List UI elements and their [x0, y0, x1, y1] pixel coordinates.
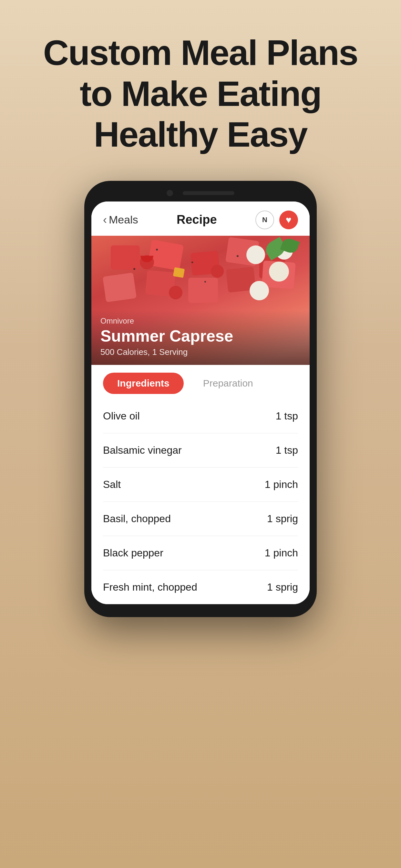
favorite-button[interactable]: ♥: [279, 211, 298, 229]
phone-mockup: ‹ Meals Recipe N ♥: [0, 181, 401, 617]
ingredient-amount: 1 pinch: [265, 547, 298, 559]
phone-screen: ‹ Meals Recipe N ♥: [91, 202, 310, 604]
header-actions: N ♥: [255, 211, 298, 229]
tabs-bar: Ingredients Preparation: [91, 365, 310, 399]
ingredient-amount: 1 pinch: [265, 478, 298, 491]
header-title: Recipe: [177, 213, 217, 227]
back-button[interactable]: ‹ Meals: [103, 213, 138, 226]
mozzarella-element: [269, 261, 289, 282]
food-element: [204, 281, 206, 283]
ingredient-row: Olive oil 1 tsp: [103, 399, 298, 433]
tab-ingredients[interactable]: Ingredients: [103, 373, 184, 394]
ingredient-row: Fresh mint, chopped 1 sprig: [103, 570, 298, 604]
tomato-element: [211, 265, 224, 278]
ingredient-row: Basil, chopped 1 sprig: [103, 502, 298, 536]
food-element: [188, 278, 218, 303]
phone-camera: [166, 190, 173, 196]
headline-section: Custom Meal Plans to Make Eating Healthy…: [0, 0, 401, 175]
food-element: [237, 255, 239, 257]
app-header: ‹ Meals Recipe N ♥: [91, 202, 310, 236]
ingredients-list: Olive oil 1 tsp Balsamic vinegar 1 tsp S…: [91, 399, 310, 604]
ingredient-amount: 1 sprig: [267, 513, 298, 525]
mozzarella-element: [250, 281, 269, 300]
back-label: Meals: [109, 213, 138, 226]
phone-speaker: [183, 191, 235, 195]
hero-overlay: Omnivore Summer Caprese 500 Calories, 1 …: [91, 310, 310, 365]
ingredient-row: Balsamic vinegar 1 tsp: [103, 433, 298, 468]
ingredient-amount: 1 tsp: [276, 444, 298, 456]
ingredient-name: Salt: [103, 478, 121, 491]
food-element: [133, 268, 135, 270]
ingredient-name: Olive oil: [103, 410, 140, 422]
tab-preparation[interactable]: Preparation: [197, 373, 259, 394]
recipe-hero-image: Omnivore Summer Caprese 500 Calories, 1 …: [91, 236, 310, 365]
ingredient-name: Basil, chopped: [103, 513, 171, 525]
ingredient-row: Black pepper 1 pinch: [103, 536, 298, 570]
food-element: [111, 245, 140, 270]
food-element: [173, 267, 185, 278]
back-chevron-icon: ‹: [103, 214, 107, 226]
recipe-name: Summer Caprese: [100, 328, 301, 345]
mozzarella-element: [246, 245, 265, 264]
recipe-meta: 500 Calories, 1 Serving: [100, 347, 301, 357]
nutrition-facts-icon[interactable]: N: [255, 211, 274, 229]
headline-text: Custom Meal Plans to Make Eating Healthy…: [26, 32, 375, 155]
phone-body: ‹ Meals Recipe N ♥: [84, 181, 317, 617]
ingredient-name: Balsamic vinegar: [103, 444, 182, 456]
ingredient-amount: 1 sprig: [267, 581, 298, 593]
heart-icon: ♥: [286, 214, 291, 225]
food-element: [191, 261, 193, 263]
food-element: [156, 249, 158, 251]
diet-tag: Omnivore: [100, 316, 301, 326]
tomato-element: [169, 286, 182, 299]
phone-top-bar: [91, 190, 310, 196]
food-element: [103, 272, 136, 302]
ingredient-amount: 1 tsp: [276, 410, 298, 422]
ingredient-name: Fresh mint, chopped: [103, 581, 197, 593]
ingredient-name: Black pepper: [103, 547, 163, 559]
ingredient-row: Salt 1 pinch: [103, 468, 298, 502]
